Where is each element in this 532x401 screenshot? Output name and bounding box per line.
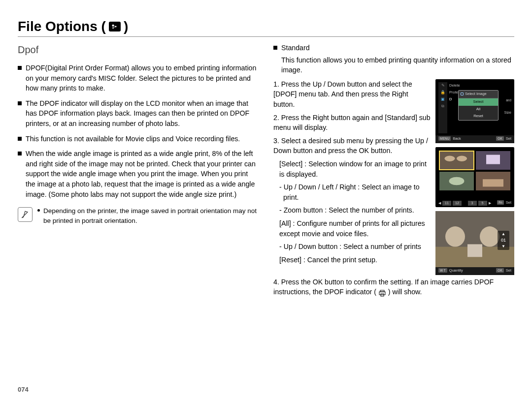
grid-bottom-bar: ◀ 11 12 3 5 ▶ FnSet xyxy=(435,199,514,207)
svg-rect-7 xyxy=(486,154,500,164)
svg-point-9 xyxy=(449,177,465,185)
step-3: 3. Select a desired sub menu by pressing… xyxy=(273,136,431,156)
content-columns: Dpof DPOF(Digital Print Order Format) al… xyxy=(18,43,514,300)
screenshot-menu: ✎ 🔒 ▣ ⧉ Delete Protect D Select Image xyxy=(435,79,514,143)
seg-value: 12 xyxy=(453,201,462,206)
screenshot-single: ▲ 01 ▼ W TQuantity OKSet xyxy=(435,211,514,275)
step-1: 1. Press the Up / Down button and select… xyxy=(273,79,431,110)
bullet-item: This function is not available for Movie… xyxy=(18,134,259,144)
all-line: [All] : Configure number of prints for a… xyxy=(273,218,431,239)
popup-option-all[interactable]: All xyxy=(459,106,498,113)
right-arrow-icon: ▶ xyxy=(489,201,491,206)
page-number: 074 xyxy=(18,386,29,393)
menu-item-delete: Delete xyxy=(448,82,466,89)
title-text: File Options ( xyxy=(18,19,106,34)
svg-point-5 xyxy=(457,155,467,161)
menu-sidebar: ✎ 🔒 ▣ ⧉ xyxy=(438,82,447,133)
tab-standard: ard xyxy=(506,98,511,103)
note-box: Depending on the printer, the image save… xyxy=(18,206,259,225)
svg-point-15 xyxy=(480,226,499,247)
bullet-item: When the wide angle image is printed as … xyxy=(18,149,259,199)
set-label: Set xyxy=(506,136,511,141)
svg-point-1 xyxy=(112,27,114,29)
ok-pill: OK xyxy=(496,268,503,273)
left-arrow-icon: ◀ xyxy=(438,201,441,206)
fn-pill: Fn xyxy=(497,200,504,205)
quantity-counter[interactable]: ▲ 01 ▼ xyxy=(498,231,509,250)
select-line: [Select] : Selection window for an image… xyxy=(273,159,431,179)
screenshots-column: ✎ 🔒 ▣ ⧉ Delete Protect D Select Image xyxy=(435,79,514,275)
square-bullet-icon xyxy=(18,66,22,70)
title-close: ) xyxy=(124,19,128,34)
bullet-item: The DPOF indicator will display on the L… xyxy=(18,98,259,129)
menu-bottom-bar: MENUBack OKSet xyxy=(435,135,514,143)
reset-line: [Reset] : Cancel the print setup. xyxy=(273,255,431,265)
down-arrow-icon: ▼ xyxy=(501,245,505,248)
popup-title: Select Image xyxy=(459,91,498,98)
file-options-icon xyxy=(109,22,121,31)
manual-page: File Options ( ) Dpof DPOF(Digital Print… xyxy=(0,0,532,401)
seg-value: 5 xyxy=(478,201,487,206)
ok-pill: OK xyxy=(496,136,503,141)
svg-rect-3 xyxy=(439,151,474,170)
back-label: Back xyxy=(453,136,461,141)
thumbnail-grid xyxy=(439,151,510,190)
svg-rect-11 xyxy=(483,179,503,186)
square-bullet-icon xyxy=(18,101,22,105)
select-hint-nav: - Up / Down / Left / Right : Select an i… xyxy=(273,182,431,202)
bullet-text: This function is not available for Movie… xyxy=(26,134,259,144)
tab-size: Size xyxy=(504,110,511,116)
wt-pill: W T xyxy=(438,268,447,273)
step-4: 4. Press the OK button to confirm the se… xyxy=(273,277,514,297)
quantity-label: Quantity xyxy=(449,268,463,273)
set-label: Set xyxy=(506,268,511,273)
note-icon xyxy=(18,207,33,222)
square-bullet-icon xyxy=(18,152,22,155)
standard-heading: Standard xyxy=(273,43,514,53)
step-4b: ) will show. xyxy=(388,288,422,296)
step-2: 2. Press the Right button again and [Sta… xyxy=(273,113,431,133)
svg-rect-18 xyxy=(379,292,385,295)
dot-bullet-icon xyxy=(37,209,40,212)
steps-text: 1. Press the Up / Down button and select… xyxy=(273,79,431,268)
square-bullet-icon xyxy=(18,137,22,141)
set-label: Set xyxy=(506,200,511,205)
title-rule xyxy=(18,36,514,37)
menu-right-labels: ard Size xyxy=(504,98,511,116)
bullet-text: When the wide angle image is printed as … xyxy=(26,149,259,199)
svg-point-4 xyxy=(445,155,455,161)
menu-popup: Select Image Select All Reset xyxy=(458,90,499,121)
thumbnail-selected[interactable] xyxy=(439,151,474,170)
screenshot-grid: ◀ 11 12 3 5 ▶ FnSet xyxy=(435,147,514,207)
printer-icon xyxy=(378,289,386,296)
counter-value: 01 xyxy=(501,236,506,245)
seg-value: 3 xyxy=(468,201,477,206)
single-bottom-bar: W TQuantity OKSet xyxy=(435,267,514,275)
bullet-text: DPOF(Digital Print Order Format) allows … xyxy=(26,63,259,93)
svg-point-14 xyxy=(445,226,465,247)
steps-with-screenshots: 1. Press the Up / Down button and select… xyxy=(273,79,514,275)
seg-value: 11 xyxy=(442,201,451,206)
up-arrow-icon: ▲ xyxy=(501,232,505,236)
bullet-text: The DPOF indicator will display on the L… xyxy=(26,98,259,129)
note-item: Depending on the printer, the image save… xyxy=(37,206,259,225)
thumbnail[interactable] xyxy=(476,151,510,170)
square-bullet-icon xyxy=(273,46,277,50)
left-column: Dpof DPOF(Digital Print Order Format) al… xyxy=(18,43,259,300)
select-hint-zoom: - Zoom button : Select the number of pri… xyxy=(273,205,431,216)
page-title: File Options ( ) xyxy=(18,19,514,34)
thumbnail[interactable] xyxy=(476,172,510,190)
standard-title: Standard xyxy=(281,43,514,53)
standard-intro: This function allows you to embed printi… xyxy=(273,55,514,75)
svg-rect-16 xyxy=(467,244,482,257)
popup-option-reset[interactable]: Reset xyxy=(459,113,498,120)
thumbnail[interactable] xyxy=(439,172,474,190)
section-heading: Dpof xyxy=(18,43,259,57)
menu-pill: MENU xyxy=(438,136,451,141)
all-hint: - Up / Down button : Select a number of … xyxy=(273,242,431,252)
note-text: Depending on the printer, the image save… xyxy=(43,206,259,225)
popup-option-select[interactable]: Select xyxy=(459,98,498,106)
bullet-item: DPOF(Digital Print Order Format) allows … xyxy=(18,63,259,93)
right-column: Standard This function allows you to emb… xyxy=(273,43,514,300)
